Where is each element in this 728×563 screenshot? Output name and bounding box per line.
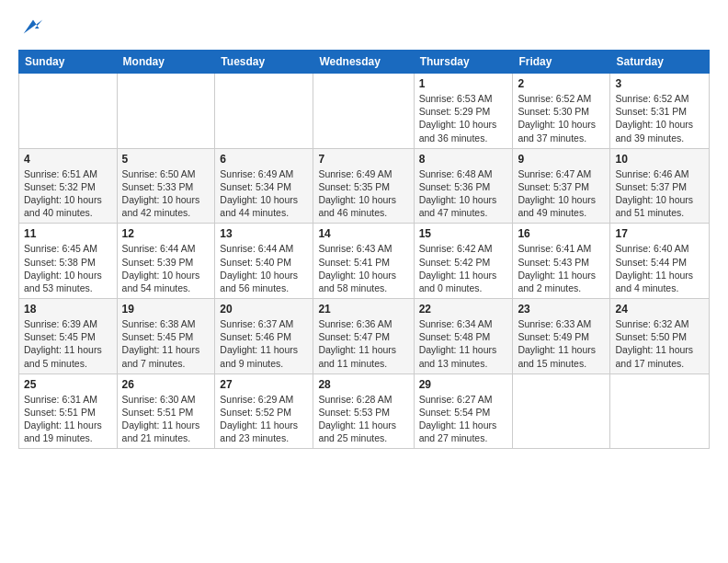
day-detail: Sunrise: 6:37 AM Sunset: 5:46 PM Dayligh… bbox=[220, 317, 308, 370]
day-number: 20 bbox=[220, 303, 308, 316]
day-number: 26 bbox=[122, 378, 210, 391]
calendar-cell: 22Sunrise: 6:34 AM Sunset: 5:48 PM Dayli… bbox=[414, 299, 513, 374]
calendar-cell: 13Sunrise: 6:44 AM Sunset: 5:40 PM Dayli… bbox=[215, 224, 313, 299]
day-detail: Sunrise: 6:44 AM Sunset: 5:39 PM Dayligh… bbox=[122, 242, 210, 294]
header-day-saturday: Saturday bbox=[610, 51, 710, 74]
day-detail: Sunrise: 6:45 AM Sunset: 5:38 PM Dayligh… bbox=[24, 242, 112, 294]
day-detail: Sunrise: 6:41 AM Sunset: 5:43 PM Dayligh… bbox=[518, 242, 605, 294]
day-number: 23 bbox=[518, 303, 605, 316]
day-number: 15 bbox=[419, 227, 508, 240]
calendar-cell: 15Sunrise: 6:42 AM Sunset: 5:42 PM Dayli… bbox=[414, 224, 513, 299]
calendar-cell: 17Sunrise: 6:40 AM Sunset: 5:44 PM Dayli… bbox=[610, 224, 710, 299]
day-number: 10 bbox=[615, 153, 704, 166]
calendar-cell: 14Sunrise: 6:43 AM Sunset: 5:41 PM Dayli… bbox=[313, 224, 414, 299]
header-day-wednesday: Wednesday bbox=[313, 51, 414, 74]
calendar-cell: 8Sunrise: 6:48 AM Sunset: 5:36 PM Daylig… bbox=[414, 148, 513, 224]
calendar-cell: 21Sunrise: 6:36 AM Sunset: 5:47 PM Dayli… bbox=[313, 299, 414, 374]
calendar-cell: 26Sunrise: 6:30 AM Sunset: 5:51 PM Dayli… bbox=[117, 373, 215, 449]
calendar-cell: 24Sunrise: 6:32 AM Sunset: 5:50 PM Dayli… bbox=[610, 299, 710, 374]
day-number: 19 bbox=[122, 303, 210, 316]
calendar-cell: 3Sunrise: 6:52 AM Sunset: 5:31 PM Daylig… bbox=[610, 74, 710, 149]
calendar-cell: 16Sunrise: 6:41 AM Sunset: 5:43 PM Dayli… bbox=[513, 224, 610, 299]
calendar-cell: 1Sunrise: 6:53 AM Sunset: 5:29 PM Daylig… bbox=[414, 74, 513, 149]
day-detail: Sunrise: 6:32 AM Sunset: 5:50 PM Dayligh… bbox=[615, 317, 704, 370]
day-detail: Sunrise: 6:50 AM Sunset: 5:33 PM Dayligh… bbox=[122, 167, 210, 220]
calendar-cell: 28Sunrise: 6:28 AM Sunset: 5:53 PM Dayli… bbox=[313, 373, 414, 449]
calendar-cell: 5Sunrise: 6:50 AM Sunset: 5:33 PM Daylig… bbox=[117, 148, 215, 224]
day-number: 14 bbox=[318, 227, 408, 240]
calendar-header-row: SundayMondayTuesdayWednesdayThursdayFrid… bbox=[19, 51, 710, 74]
day-detail: Sunrise: 6:31 AM Sunset: 5:51 PM Dayligh… bbox=[24, 393, 112, 445]
calendar-cell: 2Sunrise: 6:52 AM Sunset: 5:30 PM Daylig… bbox=[513, 74, 610, 149]
day-number: 4 bbox=[24, 153, 112, 166]
calendar-cell: 9Sunrise: 6:47 AM Sunset: 5:37 PM Daylig… bbox=[513, 148, 610, 224]
header-section bbox=[18, 15, 710, 40]
calendar-cell bbox=[313, 74, 414, 149]
week-row-2: 4Sunrise: 6:51 AM Sunset: 5:32 PM Daylig… bbox=[19, 148, 710, 224]
calendar-cell: 20Sunrise: 6:37 AM Sunset: 5:46 PM Dayli… bbox=[215, 299, 313, 374]
header-day-thursday: Thursday bbox=[414, 51, 513, 74]
calendar-cell: 19Sunrise: 6:38 AM Sunset: 5:45 PM Dayli… bbox=[117, 299, 215, 374]
day-detail: Sunrise: 6:27 AM Sunset: 5:54 PM Dayligh… bbox=[419, 393, 508, 445]
calendar-cell: 11Sunrise: 6:45 AM Sunset: 5:38 PM Dayli… bbox=[19, 224, 118, 299]
day-number: 3 bbox=[615, 77, 704, 90]
day-number: 12 bbox=[122, 227, 210, 240]
logo-icon bbox=[20, 15, 46, 40]
day-detail: Sunrise: 6:53 AM Sunset: 5:29 PM Dayligh… bbox=[419, 92, 508, 144]
day-detail: Sunrise: 6:39 AM Sunset: 5:45 PM Dayligh… bbox=[24, 317, 112, 370]
calendar-cell: 23Sunrise: 6:33 AM Sunset: 5:49 PM Dayli… bbox=[513, 299, 610, 374]
calendar-cell: 27Sunrise: 6:29 AM Sunset: 5:52 PM Dayli… bbox=[215, 373, 313, 449]
day-number: 13 bbox=[220, 227, 308, 240]
calendar-cell bbox=[117, 74, 215, 149]
calendar-cell: 7Sunrise: 6:49 AM Sunset: 5:35 PM Daylig… bbox=[313, 148, 414, 224]
header-day-friday: Friday bbox=[513, 51, 610, 74]
day-number: 18 bbox=[24, 303, 112, 316]
calendar-cell: 6Sunrise: 6:49 AM Sunset: 5:34 PM Daylig… bbox=[215, 148, 313, 224]
day-detail: Sunrise: 6:49 AM Sunset: 5:35 PM Dayligh… bbox=[318, 167, 408, 220]
header-day-sunday: Sunday bbox=[19, 51, 118, 74]
week-row-5: 25Sunrise: 6:31 AM Sunset: 5:51 PM Dayli… bbox=[19, 373, 710, 449]
day-number: 27 bbox=[220, 378, 308, 391]
calendar-cell bbox=[215, 74, 313, 149]
calendar-cell bbox=[610, 373, 710, 449]
day-detail: Sunrise: 6:34 AM Sunset: 5:48 PM Dayligh… bbox=[419, 317, 508, 370]
calendar-cell: 18Sunrise: 6:39 AM Sunset: 5:45 PM Dayli… bbox=[19, 299, 118, 374]
day-detail: Sunrise: 6:52 AM Sunset: 5:31 PM Dayligh… bbox=[615, 92, 704, 144]
day-number: 21 bbox=[318, 303, 408, 316]
svg-marker-0 bbox=[24, 20, 43, 34]
calendar-cell: 4Sunrise: 6:51 AM Sunset: 5:32 PM Daylig… bbox=[19, 148, 118, 224]
day-detail: Sunrise: 6:30 AM Sunset: 5:51 PM Dayligh… bbox=[122, 393, 210, 445]
header-day-monday: Monday bbox=[117, 51, 215, 74]
header-day-tuesday: Tuesday bbox=[215, 51, 313, 74]
day-number: 24 bbox=[615, 303, 704, 316]
day-detail: Sunrise: 6:42 AM Sunset: 5:42 PM Dayligh… bbox=[419, 242, 508, 294]
day-detail: Sunrise: 6:47 AM Sunset: 5:37 PM Dayligh… bbox=[518, 167, 605, 220]
logo bbox=[18, 15, 46, 40]
day-detail: Sunrise: 6:49 AM Sunset: 5:34 PM Dayligh… bbox=[220, 167, 308, 220]
day-detail: Sunrise: 6:46 AM Sunset: 5:37 PM Dayligh… bbox=[615, 167, 704, 220]
day-detail: Sunrise: 6:52 AM Sunset: 5:30 PM Dayligh… bbox=[518, 92, 605, 144]
day-number: 2 bbox=[518, 77, 605, 90]
day-number: 7 bbox=[318, 153, 408, 166]
day-detail: Sunrise: 6:29 AM Sunset: 5:52 PM Dayligh… bbox=[220, 393, 308, 445]
week-row-4: 18Sunrise: 6:39 AM Sunset: 5:45 PM Dayli… bbox=[19, 299, 710, 374]
calendar-cell bbox=[19, 74, 118, 149]
day-number: 28 bbox=[318, 378, 408, 391]
day-detail: Sunrise: 6:33 AM Sunset: 5:49 PM Dayligh… bbox=[518, 317, 605, 370]
day-number: 16 bbox=[518, 227, 605, 240]
week-row-1: 1Sunrise: 6:53 AM Sunset: 5:29 PM Daylig… bbox=[19, 74, 710, 149]
day-number: 6 bbox=[220, 153, 308, 166]
day-number: 25 bbox=[24, 378, 112, 391]
day-number: 9 bbox=[518, 153, 605, 166]
day-detail: Sunrise: 6:38 AM Sunset: 5:45 PM Dayligh… bbox=[122, 317, 210, 370]
week-row-3: 11Sunrise: 6:45 AM Sunset: 5:38 PM Dayli… bbox=[19, 224, 710, 299]
day-detail: Sunrise: 6:48 AM Sunset: 5:36 PM Dayligh… bbox=[419, 167, 508, 220]
day-detail: Sunrise: 6:51 AM Sunset: 5:32 PM Dayligh… bbox=[24, 167, 112, 220]
day-detail: Sunrise: 6:36 AM Sunset: 5:47 PM Dayligh… bbox=[318, 317, 408, 370]
day-number: 8 bbox=[419, 153, 508, 166]
day-detail: Sunrise: 6:44 AM Sunset: 5:40 PM Dayligh… bbox=[220, 242, 308, 294]
day-detail: Sunrise: 6:43 AM Sunset: 5:41 PM Dayligh… bbox=[318, 242, 408, 294]
calendar-cell: 25Sunrise: 6:31 AM Sunset: 5:51 PM Dayli… bbox=[19, 373, 118, 449]
day-detail: Sunrise: 6:28 AM Sunset: 5:53 PM Dayligh… bbox=[318, 393, 408, 445]
page-container: SundayMondayTuesdayWednesdayThursdayFrid… bbox=[0, 0, 728, 458]
